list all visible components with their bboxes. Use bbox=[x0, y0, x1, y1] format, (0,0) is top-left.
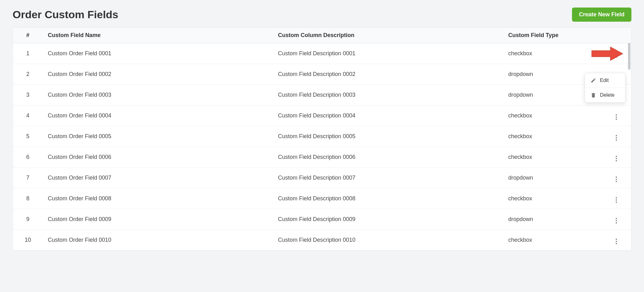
table-row: 9Custom Order Field 0009Custom Field Des… bbox=[13, 209, 631, 230]
row-field-type: checkbox bbox=[503, 43, 601, 64]
row-actions-kebab-icon[interactable] bbox=[613, 217, 620, 224]
row-number: 9 bbox=[13, 209, 43, 230]
row-field-description: Custom Field Description 0001 bbox=[273, 43, 503, 64]
row-field-name: Custom Order Field 0007 bbox=[43, 168, 273, 188]
row-field-name: Custom Order Field 0006 bbox=[43, 147, 273, 168]
row-field-type: checkbox bbox=[503, 126, 601, 147]
col-header-actions bbox=[601, 28, 631, 43]
row-number: 3 bbox=[13, 85, 43, 105]
row-field-type: checkbox bbox=[503, 105, 601, 126]
menu-item-delete[interactable]: Delete bbox=[585, 88, 625, 102]
custom-fields-table-container: # Custom Field Name Custom Column Descri… bbox=[13, 27, 631, 251]
row-number: 2 bbox=[13, 64, 43, 85]
table-row: 5Custom Order Field 0005Custom Field Des… bbox=[13, 126, 631, 147]
row-field-type: dropdown bbox=[503, 209, 601, 230]
row-field-description: Custom Field Description 0002 bbox=[273, 64, 503, 85]
col-header-type: Custom Field Type bbox=[503, 28, 601, 43]
table-row: 6Custom Order Field 0006Custom Field Des… bbox=[13, 147, 631, 168]
table-row: 2Custom Order Field 0002Custom Field Des… bbox=[13, 64, 631, 85]
row-field-name: Custom Order Field 0002 bbox=[43, 64, 273, 85]
row-actions-cell bbox=[601, 126, 631, 147]
row-actions-kebab-icon[interactable] bbox=[613, 155, 620, 162]
row-number: 1 bbox=[13, 43, 43, 64]
row-field-description: Custom Field Description 0004 bbox=[273, 105, 503, 126]
create-new-field-button[interactable]: Create New Field bbox=[572, 8, 631, 22]
row-field-name: Custom Order Field 0008 bbox=[43, 188, 273, 209]
menu-item-edit[interactable]: Edit bbox=[585, 73, 625, 88]
row-field-name: Custom Order Field 0005 bbox=[43, 126, 273, 147]
row-actions-cell bbox=[601, 230, 631, 251]
row-actions-cell bbox=[601, 147, 631, 168]
row-actions-kebab-icon[interactable] bbox=[613, 176, 620, 183]
row-field-name: Custom Order Field 0009 bbox=[43, 209, 273, 230]
row-field-description: Custom Field Description 0003 bbox=[273, 85, 503, 105]
trash-icon bbox=[591, 92, 596, 98]
table-row: 1Custom Order Field 0001Custom Field Des… bbox=[13, 43, 631, 64]
row-actions-cell bbox=[601, 188, 631, 209]
table-row: 3Custom Order Field 0003Custom Field Des… bbox=[13, 85, 631, 105]
row-actions-kebab-icon[interactable] bbox=[613, 134, 620, 142]
table-row: 10Custom Order Field 0010Custom Field De… bbox=[13, 230, 631, 251]
table-row: 8Custom Order Field 0008Custom Field Des… bbox=[13, 188, 631, 209]
row-field-name: Custom Order Field 0001 bbox=[43, 43, 273, 64]
row-number: 10 bbox=[13, 230, 43, 251]
pencil-icon bbox=[591, 78, 596, 83]
row-field-description: Custom Field Description 0007 bbox=[273, 168, 503, 188]
row-field-description: Custom Field Description 0005 bbox=[273, 126, 503, 147]
row-actions-kebab-icon[interactable] bbox=[613, 113, 620, 121]
table-row: 7Custom Order Field 0007Custom Field Des… bbox=[13, 168, 631, 188]
row-number: 8 bbox=[13, 188, 43, 209]
row-field-name: Custom Order Field 0010 bbox=[43, 230, 273, 251]
col-header-name: Custom Field Name bbox=[43, 28, 273, 43]
row-actions-cell bbox=[601, 168, 631, 188]
row-actions-cell bbox=[601, 105, 631, 126]
col-header-desc: Custom Column Description bbox=[273, 28, 503, 43]
row-field-type: checkbox bbox=[503, 147, 601, 168]
row-field-description: Custom Field Description 0008 bbox=[273, 188, 503, 209]
row-actions-kebab-icon[interactable] bbox=[613, 196, 620, 204]
col-header-number: # bbox=[13, 28, 43, 43]
row-field-description: Custom Field Description 0010 bbox=[273, 230, 503, 251]
row-number: 7 bbox=[13, 168, 43, 188]
row-field-type: checkbox bbox=[503, 230, 601, 251]
row-field-description: Custom Field Description 0009 bbox=[273, 209, 503, 230]
row-field-name: Custom Order Field 0004 bbox=[43, 105, 273, 126]
menu-item-delete-label: Delete bbox=[600, 92, 614, 98]
row-actions-cell bbox=[601, 43, 631, 64]
table-row: 4Custom Order Field 0004Custom Field Des… bbox=[13, 105, 631, 126]
page-title: Order Custom Fields bbox=[13, 8, 118, 21]
row-field-type: dropdown bbox=[503, 168, 601, 188]
row-number: 5 bbox=[13, 126, 43, 147]
row-field-name: Custom Order Field 0003 bbox=[43, 85, 273, 105]
row-context-menu: Edit Delete bbox=[585, 73, 625, 103]
row-actions-cell bbox=[601, 209, 631, 230]
row-field-description: Custom Field Description 0006 bbox=[273, 147, 503, 168]
custom-fields-table: # Custom Field Name Custom Column Descri… bbox=[13, 28, 631, 250]
row-number: 6 bbox=[13, 147, 43, 168]
row-number: 4 bbox=[13, 105, 43, 126]
row-actions-kebab-icon[interactable] bbox=[613, 238, 620, 245]
row-actions-kebab-icon[interactable] bbox=[613, 51, 620, 59]
row-field-type: checkbox bbox=[503, 188, 601, 209]
menu-item-edit-label: Edit bbox=[600, 78, 609, 83]
